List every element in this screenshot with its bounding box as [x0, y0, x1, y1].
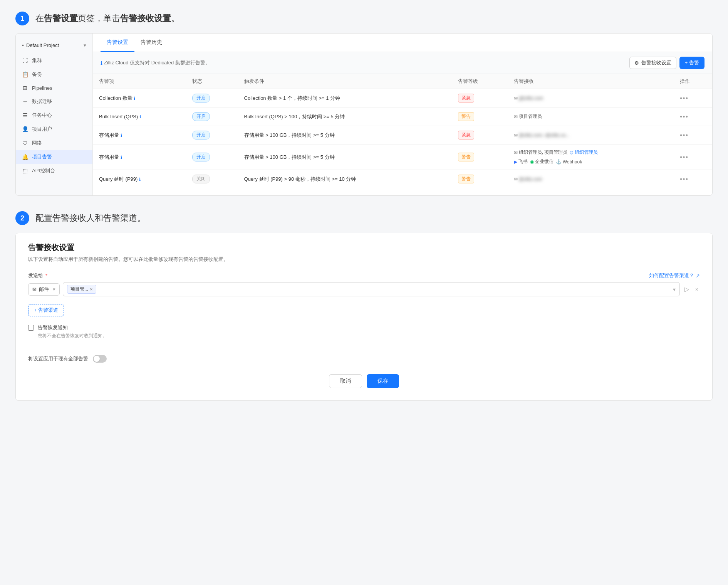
- alert-severity: 紧急: [452, 126, 508, 145]
- alert-severity: 警告: [452, 145, 508, 170]
- status-badge: 开启: [192, 94, 210, 103]
- api-icon: ⬚: [22, 168, 28, 174]
- clear-button[interactable]: ×: [694, 285, 700, 294]
- network-icon: 🛡: [22, 140, 28, 146]
- project-label: Default Project: [26, 42, 59, 48]
- sidebar-item-backup[interactable]: 📋 备份: [16, 67, 92, 81]
- more-icon[interactable]: •••: [680, 95, 689, 101]
- recipient-item: ◉ 企业微信: [530, 158, 554, 165]
- external-link-icon: ↗: [696, 273, 700, 279]
- step1-header: 1 在告警设置页签，单击告警接收设置。: [15, 12, 713, 25]
- apply-toggle-label: 将设置应用于现有全部告警: [28, 355, 88, 362]
- how-to-configure-link[interactable]: 如何配置告警渠道？ ↗: [649, 272, 700, 279]
- sidebar-item-api[interactable]: ⬚ API控制台: [16, 164, 92, 178]
- recipient-item: ◎ 组织管理员: [570, 149, 598, 156]
- users-icon: 👤: [22, 126, 28, 132]
- email-icon: ✉: [32, 286, 37, 292]
- sidebar-item-network[interactable]: 🛡 网络: [16, 136, 92, 150]
- webhook-icon: ⚓: [556, 159, 562, 165]
- send-to-row: 发送给 * 如何配置告警渠道？ ↗ ✉ 邮件 ▾ 项目管... × ▾: [28, 272, 700, 296]
- more-icon[interactable]: •••: [680, 154, 689, 160]
- recipient-item: ✉ @zilliz.com,: [514, 133, 543, 138]
- pipelines-icon: ⊞: [22, 85, 28, 91]
- step2-circle: 2: [15, 211, 29, 225]
- recipient-input[interactable]: 项目管... × ▾: [63, 282, 680, 296]
- alert-recipients: ✉ 组织管理员, 项目管理员 ◎ 组织管理员: [508, 145, 674, 170]
- sidebar-item-label: 项目告警: [32, 153, 52, 160]
- gear-icon: ⚙: [634, 60, 639, 66]
- recipient-item: ✉ 组织管理员, 项目管理员: [514, 149, 568, 156]
- apply-toggle[interactable]: [93, 355, 107, 363]
- tab-alert-history[interactable]: 告警历史: [134, 34, 168, 52]
- sidebar-item-cluster[interactable]: ⛶ 集群: [16, 54, 92, 67]
- more-icon[interactable]: •••: [680, 132, 689, 138]
- step1-title-mid: 页签，单击: [78, 13, 120, 23]
- sidebar-item-label: 备份: [32, 71, 42, 78]
- alert-actions[interactable]: •••: [674, 126, 712, 145]
- sidebar-item-pipelines[interactable]: ⊞ Pipelines: [16, 81, 92, 94]
- send-test-button[interactable]: ▷: [683, 284, 691, 294]
- status-badge: 开启: [192, 153, 210, 161]
- info-text: Zilliz Cloud 仅支持对 Dedicated 集群进行告警。: [104, 59, 210, 66]
- form-desc: 以下设置将自动应用于所有新创建的告警。您可以在此批量修改现有告警的告警接收配置。: [28, 256, 700, 263]
- cancel-button[interactable]: 取消: [329, 374, 362, 388]
- email-icon: ✉: [514, 150, 518, 155]
- alert-actions[interactable]: •••: [674, 145, 712, 170]
- more-icon[interactable]: •••: [680, 113, 689, 120]
- alert-status: 开启: [186, 126, 238, 145]
- sidebar-item-label: 网络: [32, 140, 42, 146]
- chevron-down-icon: ▾: [53, 286, 55, 292]
- severity-badge: 紧急: [458, 131, 474, 140]
- panel-layout: ▪ Default Project ▾ ⛶ 集群 📋 备份 ⊞ Pipeline…: [16, 34, 712, 195]
- recipient-item: ▶ 飞书: [514, 158, 528, 165]
- info-badge: ℹ: [139, 177, 141, 182]
- alert-severity: 紧急: [452, 89, 508, 108]
- step1-title-suffix: 。: [171, 13, 179, 23]
- step1-title-bold1: 告警设置: [44, 13, 78, 23]
- recovery-content: 告警恢复通知 您将不会在告警恢复时收到通知。: [38, 324, 107, 339]
- add-alert-button[interactable]: + 告警: [679, 57, 705, 69]
- sidebar-item-label: 集群: [32, 57, 42, 64]
- sidebar-project[interactable]: ▪ Default Project ▾: [16, 38, 92, 52]
- email-icon: ✉: [514, 177, 518, 182]
- sidebar-item-migration[interactable]: ↔ 数据迁移: [16, 94, 92, 108]
- recovery-checkbox[interactable]: [28, 325, 34, 331]
- alert-toolbar: ℹ Zilliz Cloud 仅支持对 Dedicated 集群进行告警。 ⚙ …: [93, 52, 712, 74]
- email-icon: ✉: [514, 96, 518, 101]
- tabs-bar: 告警设置 告警历史: [93, 34, 712, 52]
- alert-status: 开启: [186, 108, 238, 126]
- step1-title-prefix: 在: [35, 13, 44, 23]
- alert-settings-label: 告警接收设置: [641, 59, 671, 66]
- remove-tag-button[interactable]: ×: [90, 287, 93, 292]
- sidebar-item-tasks[interactable]: ☰ 任务中心: [16, 108, 92, 122]
- step2-title: 配置告警接收人和告警渠道。: [35, 212, 146, 224]
- sidebar-item-label: 任务中心: [32, 112, 52, 119]
- status-badge: 开启: [192, 131, 210, 140]
- alert-actions[interactable]: •••: [674, 89, 712, 108]
- severity-badge: 警告: [458, 175, 474, 183]
- recipient-item: ✉ @zilliz.com: [514, 177, 542, 182]
- send-actions: ▷ ×: [683, 284, 700, 294]
- alert-actions[interactable]: •••: [674, 108, 712, 126]
- sidebar-item-alerts[interactable]: 🔔 项目告警: [16, 150, 92, 164]
- toggle-row: 将设置应用于现有全部告警: [28, 355, 700, 363]
- channel-select[interactable]: ✉ 邮件 ▾: [28, 283, 60, 296]
- alert-recipients: ✉ @zilliz.com, i@zilliz.co...: [508, 126, 674, 145]
- sidebar: ▪ Default Project ▾ ⛶ 集群 📋 备份 ⊞ Pipeline…: [16, 34, 93, 195]
- add-channel-button[interactable]: + 告警渠道: [28, 304, 64, 316]
- sidebar-item-label: 数据迁移: [32, 98, 52, 105]
- save-button[interactable]: 保存: [367, 374, 399, 388]
- alert-name: Collection 数量 ℹ: [93, 89, 186, 108]
- sidebar-item-label: API控制台: [32, 167, 55, 174]
- alert-settings-button[interactable]: ⚙ 告警接收设置: [629, 57, 676, 69]
- tab-alert-settings[interactable]: 告警设置: [101, 34, 134, 52]
- link-text: 如何配置告警渠道？: [649, 272, 694, 279]
- more-icon[interactable]: •••: [680, 176, 689, 182]
- table-row: Collection 数量 ℹ 开启 Collection 数量 > 1 个，持…: [93, 89, 712, 108]
- sidebar-item-users[interactable]: 👤 项目用户: [16, 122, 92, 136]
- toggle-thumb: [94, 356, 100, 362]
- recipient-tag: 项目管... ×: [67, 285, 96, 294]
- backup-icon: 📋: [22, 71, 28, 77]
- tasks-icon: ☰: [22, 112, 28, 118]
- alert-actions[interactable]: •••: [674, 170, 712, 188]
